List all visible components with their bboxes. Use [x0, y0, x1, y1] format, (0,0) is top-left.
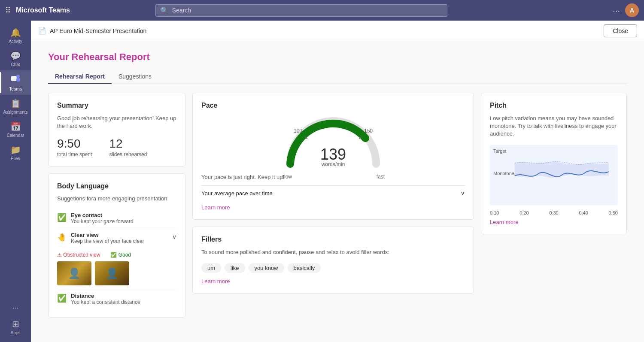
content-area: 📄 AP Euro Mid-Semester Presentation Clos… [31, 21, 644, 342]
pace-gauge: 139 words/min 100 150 [201, 115, 465, 170]
svg-rect-0 [11, 76, 17, 81]
pitch-desc: Low pitch variation means you may have s… [490, 115, 618, 138]
body-language-title: Body Language [57, 182, 176, 190]
pitch-learn-more[interactable]: Learn more [490, 219, 618, 225]
filler-tag-um: um [201, 263, 221, 273]
clear-view-desc: Keep the view of your face clear [71, 238, 168, 244]
sidebar-item-more[interactable]: ··· [0, 301, 31, 315]
pace-fast-label: fast [377, 174, 385, 180]
search-input[interactable] [172, 7, 443, 14]
files-icon: 📁 [10, 145, 21, 155]
top-bar: ⠿ Microsoft Teams 🔍 ··· A [0, 0, 644, 21]
distance-name: Distance [71, 293, 176, 299]
sidebar-item-chat[interactable]: 💬 Chat [0, 47, 31, 70]
svg-rect-2 [16, 78, 20, 82]
clear-view-info: Clear view Keep the view of your face cl… [71, 232, 168, 244]
summary-title: Summary [57, 102, 176, 109]
filler-tag-you-know: you know [249, 263, 284, 273]
time-label-1: 0:20 [519, 210, 529, 215]
sidebar-item-assignments[interactable]: 📋 Assignments [0, 95, 31, 118]
body-language-desc: Suggetions fora more engaging presentati… [57, 195, 176, 202]
calendar-icon: 📅 [10, 121, 21, 132]
time-label: total time spent [57, 151, 92, 157]
slides-stat: 12 slides rehearsed [109, 137, 147, 157]
right-column: Pitch Low pitch variation means you may … [481, 93, 627, 234]
fillers-desc: To sound more polished and confident, pa… [201, 248, 465, 256]
left-column: Summary Good job rehearsing your present… [48, 93, 185, 318]
monotone-label: Monotone [493, 171, 514, 176]
tab-rehearsal-report[interactable]: Rehearsal Report [48, 70, 112, 84]
chat-icon: 💬 [10, 51, 21, 61]
more-options-icon[interactable]: ··· [613, 6, 620, 15]
pace-title: Pace [201, 102, 465, 109]
top-bar-right: ··· A [613, 3, 639, 17]
pace-slow-label: slow [282, 174, 292, 180]
svg-text:150: 150 [364, 128, 373, 134]
clear-view-chevron[interactable]: ∨ [172, 233, 176, 240]
pitch-card: Pitch Low pitch variation means you may … [481, 93, 627, 234]
avatar[interactable]: A [625, 3, 639, 17]
svg-point-1 [16, 75, 20, 78]
filler-tag-like: like [225, 263, 245, 273]
gauge-labels: slow fast [282, 174, 385, 180]
assignments-icon: 📋 [10, 98, 21, 109]
teams-icon [11, 74, 20, 85]
summary-card: Summary Good job rehearsing your present… [48, 93, 185, 166]
clear-view-status-icon: 🤚 [57, 233, 67, 242]
distance-desc: You kept a consistent distance [71, 299, 176, 305]
time-label-4: 0:50 [609, 210, 618, 215]
sidebar-item-teams[interactable]: Teams [0, 70, 31, 95]
main-layout: 🔔 Activity 💬 Chat Teams 📋 Assignments 📅 … [0, 21, 644, 342]
distance-status-icon: ✅ [57, 294, 67, 303]
sidebar-item-activity[interactable]: 🔔 Activity [0, 24, 31, 47]
sidebar-item-calendar[interactable]: 📅 Calendar [0, 118, 31, 141]
target-label: Target [493, 148, 514, 154]
eye-contact-status-icon: ✅ [57, 213, 67, 222]
distance-info: Distance You kept a consistent distance [71, 293, 176, 305]
pace-learn-more[interactable]: Learn more [201, 204, 465, 211]
body-item-eye-contact: ✅ Eye contact You kept your gaze forward [57, 209, 176, 228]
breadcrumb-text: AP Euro Mid-Semester Presentation [50, 27, 146, 34]
gauge-svg: 139 words/min 100 150 [282, 115, 385, 170]
grid-icon[interactable]: ⠿ [5, 6, 11, 15]
slides-label: slides rehearsed [109, 151, 147, 157]
report-container: Your Rehearsal Report Rehearsal Report S… [31, 41, 644, 342]
search-icon: 🔍 [160, 6, 169, 15]
thumbnail-2: 👤 [95, 261, 129, 285]
pitch-time-labels: 0:10 0:20 0:30 0:40 0:50 [490, 210, 618, 215]
pace-chevron: ∨ [461, 190, 465, 197]
search-bar[interactable]: 🔍 [155, 4, 447, 17]
svg-text:139: 139 [320, 145, 346, 163]
pace-average-row[interactable]: Your average pace over time ∨ [201, 185, 465, 201]
filler-tag-basically: basically [288, 263, 321, 273]
close-button[interactable]: Close [604, 24, 637, 37]
activity-icon: 🔔 [10, 27, 21, 38]
sidebar-item-files[interactable]: 📁 Files [0, 141, 31, 164]
breadcrumb-bar: 📄 AP Euro Mid-Semester Presentation Clos… [31, 21, 644, 41]
fillers-card: Fillers To sound more polished and confi… [192, 227, 474, 294]
middle-column: Pace 13 [192, 93, 474, 294]
body-item-clear-view[interactable]: 🤚 Clear view Keep the view of your face … [57, 228, 176, 289]
eye-contact-info: Eye contact You kept your gaze forward [71, 212, 176, 224]
app-title: Microsoft Teams [16, 6, 70, 14]
gauge-container: 139 words/min 100 150 [282, 115, 385, 170]
thumb-person-2: 👤 [95, 261, 129, 285]
body-item-distance: ✅ Distance You kept a consistent distanc… [57, 289, 176, 309]
time-label-2: 0:30 [549, 210, 558, 215]
summary-stats: 9:50 total time spent 12 slides rehearse… [57, 137, 176, 157]
clear-view-name: Clear view [71, 232, 168, 238]
obstructed-label: ⚠ Obstructed view [57, 252, 100, 258]
pitch-chart: Target Monotone [490, 145, 618, 205]
apps-icon: ⊞ [12, 319, 19, 329]
tab-suggestions[interactable]: Suggestions [112, 70, 158, 84]
fillers-learn-more[interactable]: Learn more [201, 278, 465, 284]
slides-value: 12 [109, 137, 147, 151]
sidebar: 🔔 Activity 💬 Chat Teams 📋 Assignments 📅 … [0, 21, 31, 342]
thumbnail-1: 👤 [57, 261, 91, 285]
eye-contact-name: Eye contact [71, 212, 176, 218]
thumb-person-1: 👤 [57, 261, 91, 285]
sidebar-item-apps[interactable]: ⊞ Apps [0, 315, 31, 339]
pitch-chart-labels: Target Monotone [493, 148, 514, 176]
time-label-3: 0:40 [579, 210, 588, 215]
pace-average-label: Your average pace over time [201, 190, 273, 197]
